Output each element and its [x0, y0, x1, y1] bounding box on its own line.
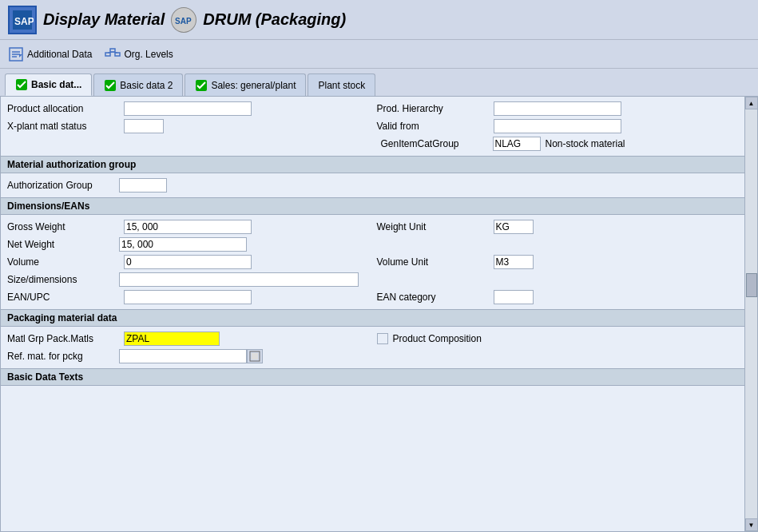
- volume-unit-input[interactable]: [494, 255, 534, 269]
- section2-form: Authorization Group: [1, 173, 744, 197]
- row-matl-grp-pack: Matl Grp Pack.Matls Product Composition: [7, 330, 738, 347]
- section3-header: Dimensions/EANs: [1, 197, 744, 215]
- product-composition-checkbox[interactable]: [377, 333, 388, 344]
- col-gross-weight: Gross Weight: [7, 220, 369, 234]
- svg-line-9: [108, 52, 113, 53]
- scroll-up-btn[interactable]: ▲: [745, 97, 758, 109]
- svg-line-10: [113, 52, 117, 53]
- row-ean-upc: EAN/UPC EAN category: [7, 288, 738, 306]
- svg-rect-8: [115, 53, 120, 56]
- page-subtitle: DRUM (Packaging): [203, 10, 346, 29]
- row-volume: Volume Volume Unit: [7, 253, 738, 271]
- gen-item-cat-input[interactable]: [493, 137, 541, 151]
- org-levels-label: Org. Levels: [124, 49, 173, 60]
- row-gross-weight: Gross Weight Weight Unit: [7, 218, 738, 236]
- tab-basic-data-1[interactable]: Basic dat...: [5, 73, 92, 96]
- prod-hierarchy-input[interactable]: [494, 101, 621, 116]
- col-xplant-matl: X-plant matl status: [7, 119, 369, 133]
- section1-form: Product allocation Prod. Hierarchy X-pla…: [1, 97, 744, 156]
- scroll-down-btn[interactable]: ▼: [745, 518, 758, 531]
- xplant-matl-label: X-plant matl status: [7, 121, 119, 132]
- org-levels-icon: [105, 46, 121, 62]
- content-area: Product allocation Prod. Hierarchy X-pla…: [1, 97, 744, 531]
- ean-category-label: EAN category: [377, 292, 489, 303]
- svg-rect-15: [252, 353, 258, 359]
- product-allocation-label: Product allocation: [7, 103, 119, 114]
- svg-text:SAP: SAP: [14, 16, 34, 27]
- col-valid-from: Valid from: [369, 119, 739, 133]
- svg-rect-7: [110, 49, 115, 52]
- gross-weight-label: Gross Weight: [7, 221, 119, 232]
- row-size-dimensions: Size/dimensions: [7, 271, 738, 288]
- tab-basic-data-2-label: Basic data 2: [120, 80, 173, 91]
- svg-text:SAP: SAP: [175, 17, 192, 26]
- col-matl-grp-pack: Matl Grp Pack.Matls: [7, 332, 369, 346]
- col-ean-upc: EAN/UPC: [7, 290, 369, 304]
- ref-mat-pckg-browse-btn[interactable]: [247, 349, 263, 363]
- xplant-matl-input[interactable]: [124, 119, 164, 133]
- tab-basic-data-1-label: Basic dat...: [31, 79, 81, 90]
- scroll-thumb[interactable]: [746, 273, 757, 297]
- tab-sales-general-label: Sales: general/plant: [211, 80, 296, 91]
- toolbar: Additional Data Org. Levels: [0, 40, 758, 69]
- prod-hierarchy-label: Prod. Hierarchy: [377, 103, 489, 114]
- volume-unit-label: Volume Unit: [377, 256, 489, 268]
- gross-weight-input[interactable]: [124, 220, 252, 234]
- scrollbar[interactable]: ▲ ▼: [744, 97, 757, 531]
- product-allocation-input[interactable]: [124, 101, 252, 116]
- row-gen-item-cat: GenItemCatGroup Non-stock material: [7, 135, 738, 153]
- tab-sales-general[interactable]: Sales: general/plant: [185, 73, 306, 96]
- title-bar: SAP Display Material SAP DRUM (Packaging…: [0, 0, 758, 40]
- col-weight-unit: Weight Unit: [369, 220, 739, 234]
- additional-data-label: Additional Data: [27, 49, 92, 60]
- tabs-bar: Basic dat... Basic data 2 Sales: general…: [0, 69, 758, 96]
- row-xplant-matl: X-plant matl status Valid from: [7, 117, 738, 135]
- row-ref-mat-pckg: Ref. mat. for pckg: [7, 347, 738, 365]
- ean-category-input[interactable]: [494, 290, 534, 304]
- volume-input[interactable]: [124, 255, 252, 269]
- gen-item-cat-label: GenItemCatGroup: [381, 138, 493, 149]
- authorization-group-input[interactable]: [119, 178, 167, 193]
- ean-upc-label: EAN/UPC: [7, 292, 119, 303]
- section2-header: Material authorization group: [1, 156, 744, 173]
- page-title: Display Material: [43, 10, 165, 29]
- additional-data-icon: [8, 46, 24, 62]
- section4-form: Matl Grp Pack.Matls Product Composition …: [1, 327, 744, 368]
- sap-logo: SAP: [171, 7, 196, 33]
- row-auth-group: Authorization Group: [7, 177, 738, 194]
- svg-rect-6: [105, 53, 110, 56]
- section5-header: Basic Data Texts: [1, 368, 744, 386]
- col-product-allocation: Product allocation: [7, 101, 369, 116]
- size-dimensions-input[interactable]: [119, 272, 359, 287]
- tab-basic-data-2[interactable]: Basic data 2: [93, 73, 183, 96]
- matl-grp-pack-label: Matl Grp Pack.Matls: [7, 333, 119, 344]
- ref-mat-pckg-label: Ref. mat. for pckg: [7, 351, 119, 362]
- col-volume: Volume: [7, 255, 369, 269]
- scroll-track: [745, 109, 758, 518]
- org-levels-btn[interactable]: Org. Levels: [105, 46, 173, 62]
- weight-unit-label: Weight Unit: [377, 221, 489, 232]
- section3-form: Gross Weight Weight Unit Net Weight Volu…: [1, 215, 744, 309]
- valid-from-label: Valid from: [377, 121, 489, 132]
- tab-plant-stock-label: Plant stock: [318, 80, 365, 91]
- main-content: ▲ ▼ Product allocation Prod. Hierarchy X: [0, 96, 758, 532]
- net-weight-label: Net Weight: [7, 239, 119, 250]
- tab-plant-stock[interactable]: Plant stock: [308, 73, 375, 96]
- matl-grp-pack-input[interactable]: [124, 332, 220, 346]
- valid-from-input[interactable]: [494, 119, 621, 133]
- ref-mat-pckg-input[interactable]: [119, 349, 247, 363]
- col-volume-unit: Volume Unit: [369, 255, 739, 269]
- net-weight-input[interactable]: [119, 237, 247, 252]
- ean-upc-input[interactable]: [124, 290, 252, 304]
- row-product-allocation: Product allocation Prod. Hierarchy: [7, 100, 738, 117]
- additional-data-btn[interactable]: Additional Data: [8, 46, 92, 62]
- weight-unit-input[interactable]: [494, 220, 534, 234]
- gen-item-cat-text: Non-stock material: [546, 138, 625, 149]
- row-net-weight: Net Weight: [7, 236, 738, 253]
- size-dimensions-label: Size/dimensions: [7, 274, 119, 285]
- col-ean-category: EAN category: [369, 290, 739, 304]
- col-prod-hierarchy: Prod. Hierarchy: [369, 101, 739, 116]
- volume-label: Volume: [7, 256, 119, 268]
- authorization-group-label: Authorization Group: [7, 180, 119, 191]
- col-product-composition: Product Composition: [369, 333, 739, 344]
